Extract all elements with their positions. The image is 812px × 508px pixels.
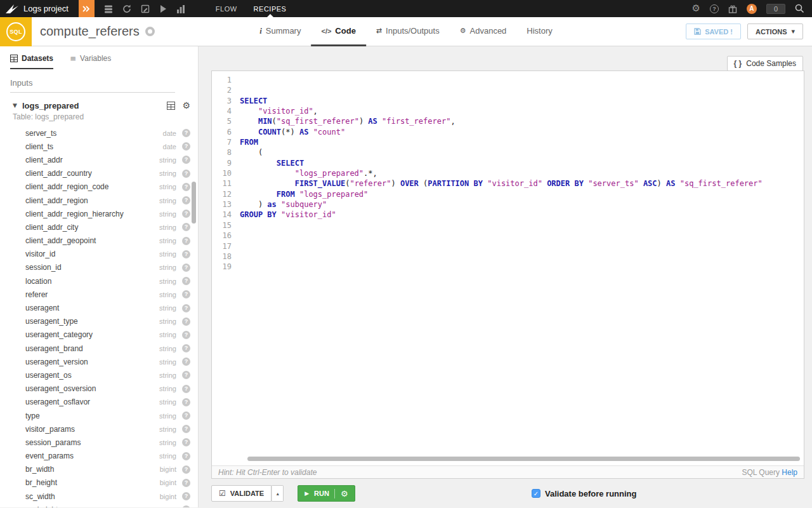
tab-advanced[interactable]: ⚙Advanced [450, 17, 517, 46]
column-help-icon[interactable]: ? [182, 183, 190, 191]
dataset-name[interactable]: logs_prepared [22, 101, 167, 110]
column-row[interactable]: server_ts date ? [0, 126, 198, 140]
column-help-icon[interactable]: ? [182, 237, 190, 245]
column-row[interactable]: useragent string ? [0, 301, 198, 314]
column-row[interactable]: client_addr_country string ? [0, 167, 198, 180]
dataset-table-icon[interactable] [167, 102, 175, 110]
sidebar-tab-variables[interactable]: ≡ Variables [70, 54, 111, 69]
column-help-icon[interactable]: ? [182, 385, 190, 393]
column-help-icon[interactable]: ? [182, 505, 190, 507]
help-link[interactable]: Help [782, 468, 797, 477]
column-row[interactable]: useragent_brand string ? [0, 342, 198, 355]
column-row[interactable]: referer string ? [0, 288, 198, 301]
tab-code[interactable]: </>Code [311, 17, 365, 46]
search-icon[interactable] [795, 4, 804, 13]
notification-counter[interactable]: 0 [766, 4, 785, 14]
column-row[interactable]: br_width bigint ? [0, 463, 198, 476]
column-row[interactable]: session_params string ? [0, 436, 198, 449]
validate-button[interactable]: ☑ VALIDATE [211, 485, 272, 502]
run-scenarios-icon[interactable] [159, 4, 167, 13]
column-row[interactable]: client_addr_region_code string ? [0, 180, 198, 194]
recipe-badge-icon[interactable] [79, 0, 95, 17]
jobs-icon[interactable] [122, 4, 131, 13]
column-row[interactable]: visitor_params string ? [0, 422, 198, 436]
column-help-icon[interactable]: ? [182, 371, 190, 379]
column-row[interactable]: visitor_id string ? [0, 248, 198, 261]
column-row[interactable]: useragent_version string ? [0, 355, 198, 368]
gift-icon[interactable] [728, 4, 737, 13]
code-editor-area[interactable]: 1 2 3 SELECT 4 "visitor_id", 5 MIN("sq_f… [212, 71, 804, 465]
column-help-icon[interactable]: ? [182, 492, 190, 500]
column-row[interactable]: client_addr string ? [0, 153, 198, 166]
tab-summary[interactable]: iSummary [249, 17, 311, 46]
column-help-icon[interactable]: ? [182, 290, 190, 298]
column-help-icon[interactable]: ? [182, 170, 190, 178]
column-help-icon[interactable]: ? [182, 196, 190, 204]
charts-icon[interactable] [176, 4, 185, 13]
user-avatar[interactable]: A [747, 4, 757, 14]
column-row[interactable]: sc_height bigint ? [0, 503, 198, 507]
run-button[interactable]: ▶ RUN ⚙ [298, 485, 355, 502]
column-row[interactable]: br_height bigint ? [0, 476, 198, 490]
validate-dropdown-button[interactable]: ▴ [272, 485, 284, 502]
column-help-icon[interactable]: ? [182, 465, 190, 474]
column-help-icon[interactable]: ? [182, 452, 190, 460]
column-help-icon[interactable]: ? [182, 398, 190, 406]
column-help-icon[interactable]: ? [182, 304, 190, 312]
code-samples-button[interactable]: { } Code Samples [727, 56, 803, 71]
notebook-icon[interactable] [141, 4, 150, 13]
dataset-row[interactable]: ▼ logs_prepared ⚙ [13, 100, 190, 110]
column-row[interactable]: useragent_type string ? [0, 315, 198, 328]
column-help-icon[interactable]: ? [182, 142, 190, 150]
column-help-icon[interactable]: ? [182, 223, 190, 231]
column-help-icon[interactable]: ? [182, 129, 190, 137]
column-help-icon[interactable]: ? [182, 331, 190, 339]
column-row[interactable]: useragent_osversion string ? [0, 382, 198, 396]
column-row[interactable]: client_addr_geopoint string ? [0, 234, 198, 248]
column-help-icon[interactable]: ? [182, 438, 190, 446]
tab-history[interactable]: History [516, 17, 562, 46]
saved-button[interactable]: SAVED ! [686, 23, 741, 39]
run-settings-gear-icon[interactable]: ⚙ [334, 489, 348, 498]
column-help-icon[interactable]: ? [182, 210, 190, 218]
column-help-icon[interactable]: ? [182, 264, 190, 272]
project-name[interactable]: Logs project [23, 4, 69, 13]
datasets-icon[interactable] [104, 4, 113, 13]
checkbox-checked-icon[interactable]: ✓ [532, 489, 540, 498]
column-row[interactable]: client_addr_region string ? [0, 194, 198, 207]
column-row[interactable]: sc_width bigint ? [0, 490, 198, 503]
nav-flow[interactable]: FLOW [216, 0, 237, 17]
column-row[interactable]: type string ? [0, 409, 198, 422]
nav-recipes[interactable]: RECIPES [254, 0, 287, 17]
tab-inputs-outputs[interactable]: ⇄Inputs/Outputs [366, 17, 450, 46]
column-row[interactable]: client_addr_region_hierarchy string ? [0, 207, 198, 220]
dataiku-logo[interactable] [5, 4, 19, 14]
actions-button[interactable]: ACTIONS ▾ [747, 23, 803, 39]
column-help-icon[interactable]: ? [182, 425, 190, 433]
collapse-caret-icon[interactable]: ▼ [13, 102, 17, 109]
column-help-icon[interactable]: ? [182, 318, 190, 326]
column-row[interactable]: useragent_os string ? [0, 368, 198, 382]
dataset-gear-icon[interactable]: ⚙ [182, 100, 190, 110]
sidebar-scrollbar[interactable] [192, 182, 196, 224]
column-row[interactable]: useragent_osflavor string ? [0, 396, 198, 409]
column-help-icon[interactable]: ? [182, 250, 190, 258]
settings-gear-icon[interactable]: ⚙ [691, 4, 700, 13]
column-help-icon[interactable]: ? [182, 479, 190, 487]
help-icon[interactable]: ? [710, 4, 719, 13]
column-row[interactable]: client_ts date ? [0, 140, 198, 153]
column-help-icon[interactable]: ? [182, 411, 190, 420]
column-help-icon[interactable]: ? [182, 277, 190, 285]
column-help-icon[interactable]: ? [182, 358, 190, 366]
editor-horizontal-scrollbar[interactable] [247, 457, 800, 461]
column-help-icon[interactable]: ? [182, 156, 190, 164]
column-row[interactable]: location string ? [0, 274, 198, 288]
column-row[interactable]: session_id string ? [0, 261, 198, 274]
column-row[interactable]: event_params string ? [0, 450, 198, 463]
sidebar-tab-datasets[interactable]: Datasets [10, 54, 53, 69]
column-help-icon[interactable]: ? [182, 344, 190, 352]
column-row[interactable]: useragent_category string ? [0, 328, 198, 342]
column-row[interactable]: client_addr_city string ? [0, 220, 198, 234]
validate-before-running-checkbox[interactable]: ✓ Validate before running [532, 489, 636, 498]
recipe-status-icon[interactable] [145, 27, 155, 36]
